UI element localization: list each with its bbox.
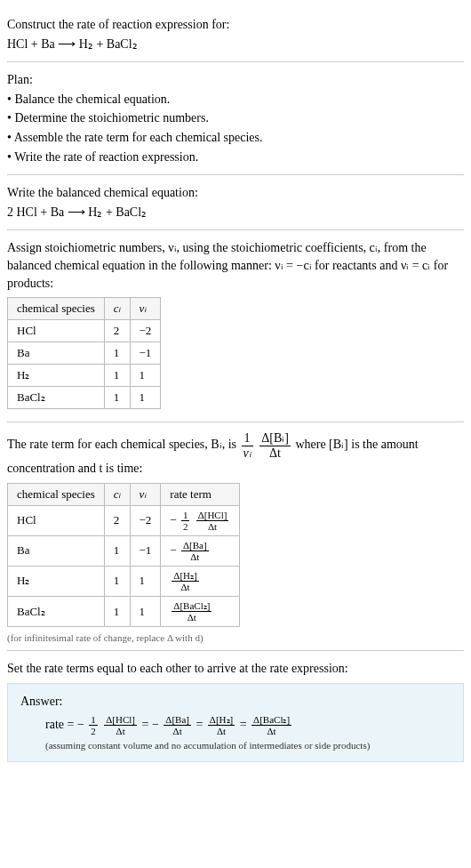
rateterm-frac1: 1 νᵢ bbox=[242, 431, 253, 460]
cell-nu: −1 bbox=[130, 535, 161, 566]
cell-nu: 1 bbox=[130, 597, 161, 627]
table-row: HCl 2 −2 bbox=[8, 320, 161, 342]
rateterm-note: (for infinitesimal rate of change, repla… bbox=[7, 632, 464, 643]
table-row: BaCl₂ 1 1 Δ[BaCl₂]Δt bbox=[8, 597, 240, 627]
final-section: Set the rate terms equal to each other t… bbox=[7, 651, 464, 769]
cell-c: 1 bbox=[104, 387, 130, 409]
plan-item: • Write the rate of reaction expression. bbox=[7, 149, 464, 166]
final-intro: Set the rate terms equal to each other t… bbox=[7, 660, 464, 678]
cell-species: HCl bbox=[8, 505, 105, 535]
cell-nu: 1 bbox=[130, 365, 161, 387]
answer-label: Answer: bbox=[20, 695, 451, 709]
header-section: Construct the rate of reaction expressio… bbox=[7, 7, 464, 62]
cell-species: H₂ bbox=[8, 566, 105, 596]
cell-rate: Δ[H₂]Δt bbox=[161, 566, 240, 596]
answer-box: Answer: rate = − 12 Δ[HCl]Δt = − Δ[Ba]Δt… bbox=[7, 683, 464, 762]
table-row: H₂ 1 1 bbox=[8, 365, 161, 387]
table-row: BaCl₂ 1 1 bbox=[8, 387, 161, 409]
cell-c: 1 bbox=[104, 365, 130, 387]
cell-c: 1 bbox=[104, 566, 130, 596]
cell-nu: 1 bbox=[130, 387, 161, 409]
stoich-section: Assign stoichiometric numbers, νᵢ, using… bbox=[7, 230, 464, 422]
table-header-row: chemical species cᵢ νᵢ bbox=[8, 298, 161, 320]
cell-c: 2 bbox=[104, 320, 130, 342]
balanced-equation: 2 HCl + Ba ⟶ H₂ + BaCl₂ bbox=[7, 204, 464, 221]
cell-c: 1 bbox=[104, 342, 130, 365]
table-row: Ba 1 −1 bbox=[8, 342, 161, 365]
plan-item: • Assemble the rate term for each chemic… bbox=[7, 129, 464, 147]
table-header-row: chemical species cᵢ νᵢ rate term bbox=[8, 483, 240, 505]
rateterm-intro: The rate term for each chemical species,… bbox=[7, 431, 464, 477]
balanced-title: Write the balanced chemical equation: bbox=[7, 184, 464, 202]
cell-species: HCl bbox=[8, 320, 105, 342]
cell-c: 1 bbox=[104, 597, 130, 627]
col-c: cᵢ bbox=[104, 298, 130, 320]
header-title: Construct the rate of reaction expressio… bbox=[7, 16, 464, 34]
plan-item: • Balance the chemical equation. bbox=[7, 91, 464, 108]
header-equation: HCl + Ba ⟶ H₂ + BaCl₂ bbox=[7, 36, 464, 53]
plan-section: Plan: • Balance the chemical equation. •… bbox=[7, 62, 464, 175]
cell-c: 1 bbox=[104, 535, 130, 566]
cell-species: H₂ bbox=[8, 365, 105, 387]
col-nu: νᵢ bbox=[130, 298, 161, 320]
plan-title: Plan: bbox=[7, 71, 464, 89]
table-row: Ba 1 −1 − Δ[Ba]Δt bbox=[8, 535, 240, 566]
cell-nu: −1 bbox=[130, 342, 161, 365]
col-nu: νᵢ bbox=[130, 483, 161, 505]
stoich-table: chemical species cᵢ νᵢ HCl 2 −2 Ba 1 −1 … bbox=[7, 297, 161, 409]
cell-species: Ba bbox=[8, 342, 105, 365]
cell-species: BaCl₂ bbox=[8, 597, 105, 627]
cell-rate: − 12 Δ[HCl]Δt bbox=[161, 505, 240, 535]
cell-species: Ba bbox=[8, 535, 105, 566]
cell-rate: − Δ[Ba]Δt bbox=[161, 535, 240, 566]
col-rate: rate term bbox=[161, 483, 240, 505]
cell-c: 2 bbox=[104, 505, 130, 535]
cell-rate: Δ[BaCl₂]Δt bbox=[161, 597, 240, 627]
cell-nu: −2 bbox=[130, 320, 161, 342]
cell-nu: 1 bbox=[130, 566, 161, 596]
rateterm-table: chemical species cᵢ νᵢ rate term HCl 2 −… bbox=[7, 483, 240, 628]
table-row: HCl 2 −2 − 12 Δ[HCl]Δt bbox=[8, 505, 240, 535]
cell-species: BaCl₂ bbox=[8, 387, 105, 409]
rateterm-frac2: Δ[Bᵢ] Δt bbox=[259, 431, 291, 460]
balanced-section: Write the balanced chemical equation: 2 … bbox=[7, 175, 464, 230]
answer-note: (assuming constant volume and no accumul… bbox=[45, 740, 451, 751]
col-species: chemical species bbox=[8, 483, 105, 505]
answer-equation: rate = − 12 Δ[HCl]Δt = − Δ[Ba]Δt = Δ[H₂]… bbox=[45, 714, 451, 736]
rateterm-section: The rate term for each chemical species,… bbox=[7, 422, 464, 651]
cell-nu: −2 bbox=[130, 505, 161, 535]
table-row: H₂ 1 1 Δ[H₂]Δt bbox=[8, 566, 240, 596]
stoich-intro: Assign stoichiometric numbers, νᵢ, using… bbox=[7, 239, 464, 292]
col-species: chemical species bbox=[8, 298, 105, 320]
col-c: cᵢ bbox=[104, 483, 130, 505]
plan-item: • Determine the stoichiometric numbers. bbox=[7, 109, 464, 127]
